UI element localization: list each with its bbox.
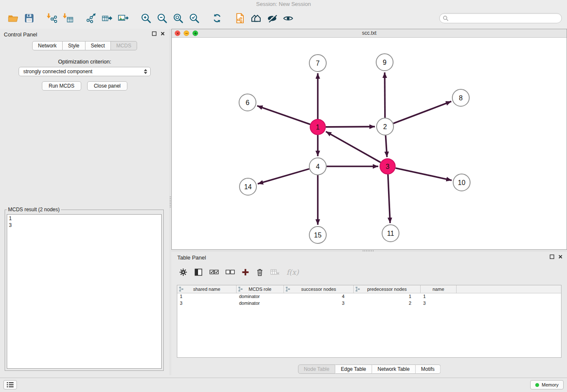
- run-mcds-button[interactable]: Run MCDS: [42, 81, 81, 91]
- float-window-icon: [550, 254, 554, 259]
- cell-successor-nodes[interactable]: 3: [284, 300, 354, 307]
- tab-style[interactable]: Style: [63, 41, 85, 50]
- tab-motifs[interactable]: Motifs: [416, 364, 440, 374]
- window-traffic-lights: [175, 30, 198, 36]
- mcds-result-item[interactable]: 3: [9, 222, 160, 229]
- cell-name[interactable]: 1: [421, 293, 457, 300]
- hide-details-button[interactable]: [264, 10, 280, 26]
- export-table-button[interactable]: [99, 10, 115, 26]
- table-settings-button[interactable]: [179, 268, 187, 276]
- window-title: Session: New Session: [0, 0, 567, 8]
- cell-shared-name[interactable]: 1: [177, 293, 237, 300]
- column-label: predecessor nodes: [367, 287, 407, 292]
- graph-edge-4-14[interactable]: [258, 169, 309, 184]
- zoom-selected-button[interactable]: [186, 10, 202, 26]
- tab-mcds[interactable]: MCDS: [111, 41, 137, 50]
- search-input[interactable]: [439, 13, 562, 23]
- tab-network-table[interactable]: Network Table: [372, 364, 416, 374]
- mcds-result-list[interactable]: 1 3: [7, 214, 162, 369]
- column-header-mcds-role[interactable]: MCDS role: [237, 285, 284, 293]
- cell-predecessor-nodes[interactable]: 2: [354, 300, 421, 307]
- graph-node-14[interactable]: 14: [239, 178, 256, 195]
- cell-name[interactable]: 3: [421, 300, 457, 307]
- function-builder-button[interactable]: f(x): [286, 268, 299, 276]
- panel-list-button[interactable]: [3, 380, 17, 389]
- network-canvas[interactable]: 7968124314101511: [172, 38, 567, 249]
- window-zoom-button[interactable]: [193, 30, 198, 36]
- cell-predecessor-nodes[interactable]: 1: [354, 293, 421, 300]
- show-column-button[interactable]: [194, 268, 203, 276]
- import-table-button[interactable]: [60, 10, 76, 26]
- graph-edge-2-8[interactable]: [394, 102, 451, 124]
- graph-node-7[interactable]: 7: [309, 55, 326, 72]
- close-panel-button[interactable]: [160, 31, 165, 36]
- import-network-icon: [47, 13, 58, 24]
- tab-select[interactable]: Select: [85, 41, 111, 50]
- network-from-document-button[interactable]: [232, 10, 248, 26]
- splitter-grip[interactable]: [170, 196, 171, 207]
- save-floppy-icon: [24, 13, 35, 24]
- save-session-button[interactable]: [21, 10, 37, 26]
- memory-button[interactable]: Memory: [530, 380, 564, 389]
- column-header-successor-nodes[interactable]: successor nodes: [284, 285, 354, 293]
- column-header-name[interactable]: name: [421, 285, 457, 293]
- graph-node-6[interactable]: 6: [239, 94, 256, 111]
- export-image-button[interactable]: [115, 10, 131, 26]
- graph-edge-3-11[interactable]: [388, 174, 390, 223]
- home-button[interactable]: [248, 10, 264, 26]
- graph-edge-3-1[interactable]: [326, 132, 380, 163]
- close-table-panel-button[interactable]: [558, 254, 563, 259]
- graph-node-8[interactable]: 8: [452, 89, 469, 106]
- refresh-button[interactable]: [209, 10, 225, 26]
- graph-node-4[interactable]: 4: [309, 158, 326, 175]
- graph-node-1[interactable]: 1: [310, 119, 325, 135]
- graph-node-2[interactable]: 2: [377, 118, 394, 135]
- cell-shared-name[interactable]: 3: [177, 300, 237, 307]
- table-row[interactable]: 3 dominator 3 2 3: [177, 300, 561, 307]
- close-panel-action-button[interactable]: Close panel: [87, 81, 127, 91]
- zoom-out-icon: [157, 13, 168, 24]
- graph-node-9[interactable]: 9: [376, 54, 393, 71]
- graph-edge-2-3[interactable]: [385, 135, 387, 157]
- tab-node-table[interactable]: Node Table: [298, 364, 336, 374]
- zoom-out-button[interactable]: [154, 10, 170, 26]
- open-file-button[interactable]: [5, 10, 21, 26]
- graph-node-3[interactable]: 3: [380, 159, 395, 174]
- export-network-button[interactable]: [83, 10, 99, 26]
- tab-network[interactable]: Network: [32, 41, 63, 50]
- graph-edge-1-6[interactable]: [257, 106, 310, 124]
- show-details-button[interactable]: [280, 10, 296, 26]
- new-column-button[interactable]: [242, 268, 249, 276]
- splitter-grip[interactable]: [363, 250, 374, 251]
- table-row[interactable]: 1 dominator 4 1 1: [177, 293, 561, 300]
- delete-columns-button[interactable]: [256, 268, 264, 276]
- graph-node-10[interactable]: 10: [453, 174, 470, 191]
- graph-edge-3-10[interactable]: [396, 168, 452, 180]
- zoom-in-button[interactable]: [138, 10, 154, 26]
- cell-mcds-role[interactable]: dominator: [237, 300, 284, 307]
- unselect-all-columns-button[interactable]: [226, 269, 235, 276]
- mcds-result-item[interactable]: 1: [9, 215, 160, 222]
- zoom-fit-button[interactable]: [170, 10, 186, 26]
- window-close-button[interactable]: [175, 30, 180, 36]
- zoom-selected-icon: [189, 13, 200, 24]
- cell-mcds-role[interactable]: dominator: [237, 293, 284, 300]
- column-header-shared-name[interactable]: shared name: [177, 285, 237, 293]
- float-panel-button[interactable]: [152, 31, 157, 36]
- window-minimize-button[interactable]: [184, 30, 189, 36]
- import-network-button[interactable]: [44, 10, 60, 26]
- graph-node-15[interactable]: 15: [309, 226, 326, 243]
- cell-successor-nodes[interactable]: 4: [284, 293, 354, 300]
- criterion-dropdown[interactable]: strongly connected component: [19, 67, 151, 76]
- tab-edge-table[interactable]: Edge Table: [335, 364, 372, 374]
- delete-table-button[interactable]: [270, 268, 280, 276]
- select-all-columns-button[interactable]: [209, 269, 219, 276]
- float-table-panel-button[interactable]: [550, 254, 554, 259]
- graph-node-11[interactable]: 11: [382, 225, 399, 242]
- graph-edge-1-2[interactable]: [326, 127, 375, 127]
- column-header-predecessor-nodes[interactable]: predecessor nodes: [354, 285, 421, 293]
- graph-edge-2-9[interactable]: [385, 72, 385, 118]
- column-label: shared name: [193, 287, 220, 292]
- column-label: successor nodes: [301, 287, 336, 292]
- network-graph[interactable]: 7968124314101511: [172, 38, 567, 249]
